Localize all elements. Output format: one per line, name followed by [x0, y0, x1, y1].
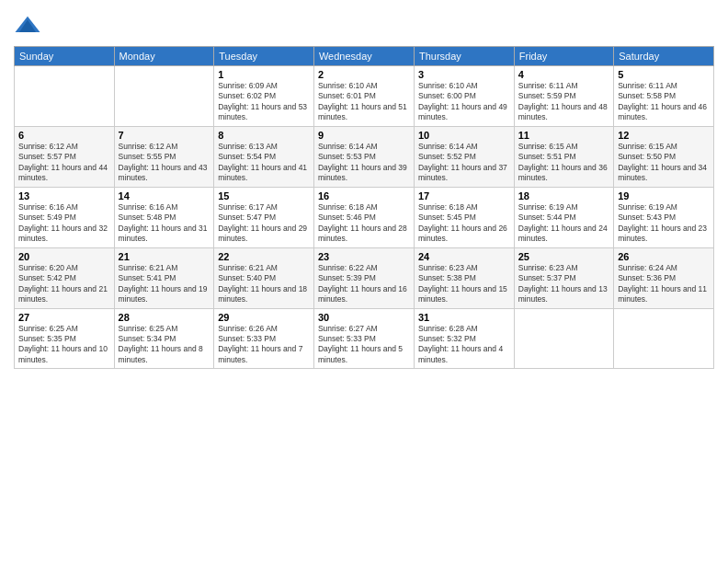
- day-number: 3: [418, 69, 510, 80]
- day-number: 30: [318, 312, 410, 323]
- day-info: Sunrise: 6:15 AMSunset: 5:51 PMDaylight:…: [518, 142, 609, 184]
- day-number: 2: [318, 69, 410, 80]
- calendar-week-2: 6Sunrise: 6:12 AMSunset: 5:57 PMDaylight…: [15, 126, 714, 187]
- day-number: 21: [119, 251, 210, 262]
- calendar-week-4: 20Sunrise: 6:20 AMSunset: 5:42 PMDayligh…: [15, 247, 714, 308]
- day-number: 23: [318, 251, 410, 262]
- day-info: Sunrise: 6:10 AMSunset: 6:01 PMDaylight:…: [318, 81, 410, 123]
- calendar-cell: 1Sunrise: 6:09 AMSunset: 6:02 PMDaylight…: [214, 66, 314, 127]
- calendar-cell: [15, 66, 115, 127]
- day-number: 6: [18, 130, 110, 141]
- day-info: Sunrise: 6:09 AMSunset: 6:02 PMDaylight:…: [218, 81, 310, 123]
- calendar-cell: 13Sunrise: 6:16 AMSunset: 5:49 PMDayligh…: [15, 187, 115, 247]
- calendar-cell: 18Sunrise: 6:19 AMSunset: 5:44 PMDayligh…: [514, 187, 613, 247]
- calendar-cell: 4Sunrise: 6:11 AMSunset: 5:59 PMDaylight…: [514, 66, 613, 127]
- calendar-week-1: 1Sunrise: 6:09 AMSunset: 6:02 PMDaylight…: [15, 66, 714, 127]
- day-info: Sunrise: 6:25 AMSunset: 5:35 PMDaylight:…: [18, 324, 110, 366]
- calendar-cell: 2Sunrise: 6:10 AMSunset: 6:01 PMDaylight…: [313, 66, 414, 127]
- header: [14, 9, 714, 40]
- calendar-header-tuesday: Tuesday: [214, 47, 314, 66]
- page-container: SundayMondayTuesdayWednesdayThursdayFrid…: [0, 0, 728, 376]
- day-number: 18: [518, 190, 609, 201]
- day-number: 27: [18, 312, 110, 323]
- day-number: 22: [218, 251, 310, 262]
- day-number: 4: [518, 69, 609, 80]
- day-info: Sunrise: 6:22 AMSunset: 5:39 PMDaylight:…: [318, 263, 410, 305]
- logo: [14, 13, 45, 40]
- day-info: Sunrise: 6:15 AMSunset: 5:50 PMDaylight:…: [618, 142, 710, 184]
- day-info: Sunrise: 6:24 AMSunset: 5:36 PMDaylight:…: [618, 263, 710, 305]
- calendar-header-monday: Monday: [114, 47, 214, 66]
- day-info: Sunrise: 6:18 AMSunset: 5:46 PMDaylight:…: [318, 202, 410, 245]
- calendar-cell: 11Sunrise: 6:15 AMSunset: 5:51 PMDayligh…: [514, 126, 613, 187]
- day-number: 28: [119, 312, 210, 323]
- day-info: Sunrise: 6:11 AMSunset: 5:58 PMDaylight:…: [618, 81, 710, 123]
- calendar-cell: 3Sunrise: 6:10 AMSunset: 6:00 PMDaylight…: [414, 66, 514, 127]
- day-info: Sunrise: 6:17 AMSunset: 5:47 PMDaylight:…: [218, 202, 310, 245]
- day-info: Sunrise: 6:12 AMSunset: 5:57 PMDaylight:…: [18, 142, 110, 184]
- day-number: 19: [618, 190, 710, 201]
- calendar-header-thursday: Thursday: [414, 47, 514, 66]
- day-info: Sunrise: 6:23 AMSunset: 5:38 PMDaylight:…: [418, 263, 510, 305]
- day-info: Sunrise: 6:13 AMSunset: 5:54 PMDaylight:…: [218, 142, 310, 184]
- day-info: Sunrise: 6:27 AMSunset: 5:33 PMDaylight:…: [318, 324, 410, 366]
- day-number: 24: [418, 251, 510, 262]
- calendar-cell: 20Sunrise: 6:20 AMSunset: 5:42 PMDayligh…: [15, 247, 115, 308]
- calendar-cell: 9Sunrise: 6:14 AMSunset: 5:53 PMDaylight…: [313, 126, 414, 187]
- day-info: Sunrise: 6:12 AMSunset: 5:55 PMDaylight:…: [119, 142, 210, 184]
- calendar-cell: 23Sunrise: 6:22 AMSunset: 5:39 PMDayligh…: [313, 247, 414, 308]
- calendar-cell: [514, 308, 613, 369]
- day-number: 25: [518, 251, 609, 262]
- day-info: Sunrise: 6:20 AMSunset: 5:42 PMDaylight:…: [18, 263, 110, 305]
- calendar-cell: 10Sunrise: 6:14 AMSunset: 5:52 PMDayligh…: [414, 126, 514, 187]
- day-info: Sunrise: 6:21 AMSunset: 5:40 PMDaylight:…: [218, 263, 310, 305]
- day-number: 1: [218, 69, 310, 80]
- calendar-cell: 8Sunrise: 6:13 AMSunset: 5:54 PMDaylight…: [214, 126, 314, 187]
- calendar-cell: 15Sunrise: 6:17 AMSunset: 5:47 PMDayligh…: [214, 187, 314, 247]
- day-number: 17: [418, 190, 510, 201]
- day-number: 15: [218, 190, 310, 201]
- day-number: 29: [218, 312, 310, 323]
- day-info: Sunrise: 6:16 AMSunset: 5:48 PMDaylight:…: [119, 202, 210, 245]
- calendar-cell: 29Sunrise: 6:26 AMSunset: 5:33 PMDayligh…: [214, 308, 314, 369]
- calendar-cell: 5Sunrise: 6:11 AMSunset: 5:58 PMDaylight…: [614, 66, 714, 127]
- calendar-cell: 12Sunrise: 6:15 AMSunset: 5:50 PMDayligh…: [614, 126, 714, 187]
- logo-icon: [14, 13, 41, 40]
- calendar-cell: 30Sunrise: 6:27 AMSunset: 5:33 PMDayligh…: [313, 308, 414, 369]
- day-number: 13: [18, 190, 110, 201]
- day-info: Sunrise: 6:23 AMSunset: 5:37 PMDaylight:…: [518, 263, 609, 305]
- calendar-cell: 26Sunrise: 6:24 AMSunset: 5:36 PMDayligh…: [614, 247, 714, 308]
- day-number: 12: [618, 130, 710, 141]
- day-info: Sunrise: 6:19 AMSunset: 5:43 PMDaylight:…: [618, 202, 710, 245]
- calendar-cell: 21Sunrise: 6:21 AMSunset: 5:41 PMDayligh…: [114, 247, 214, 308]
- calendar-cell: 6Sunrise: 6:12 AMSunset: 5:57 PMDaylight…: [15, 126, 115, 187]
- day-number: 9: [318, 130, 410, 141]
- day-number: 5: [618, 69, 710, 80]
- day-number: 26: [618, 251, 710, 262]
- day-info: Sunrise: 6:25 AMSunset: 5:34 PMDaylight:…: [119, 324, 210, 366]
- calendar-header-saturday: Saturday: [614, 47, 714, 66]
- day-number: 20: [18, 251, 110, 262]
- calendar-header-row: SundayMondayTuesdayWednesdayThursdayFrid…: [15, 47, 714, 66]
- day-info: Sunrise: 6:14 AMSunset: 5:53 PMDaylight:…: [318, 142, 410, 184]
- day-info: Sunrise: 6:19 AMSunset: 5:44 PMDaylight:…: [518, 202, 609, 245]
- day-number: 10: [418, 130, 510, 141]
- calendar-cell: 19Sunrise: 6:19 AMSunset: 5:43 PMDayligh…: [614, 187, 714, 247]
- day-number: 11: [518, 130, 609, 141]
- calendar-cell: [614, 308, 714, 369]
- calendar-week-3: 13Sunrise: 6:16 AMSunset: 5:49 PMDayligh…: [15, 187, 714, 247]
- day-info: Sunrise: 6:18 AMSunset: 5:45 PMDaylight:…: [418, 202, 510, 245]
- day-info: Sunrise: 6:16 AMSunset: 5:49 PMDaylight:…: [18, 202, 110, 245]
- day-info: Sunrise: 6:26 AMSunset: 5:33 PMDaylight:…: [218, 324, 310, 366]
- calendar-header-wednesday: Wednesday: [313, 47, 414, 66]
- calendar-cell: [114, 66, 214, 127]
- calendar-cell: 31Sunrise: 6:28 AMSunset: 5:32 PMDayligh…: [414, 308, 514, 369]
- day-number: 8: [218, 130, 310, 141]
- day-info: Sunrise: 6:11 AMSunset: 5:59 PMDaylight:…: [518, 81, 609, 123]
- calendar-header-friday: Friday: [514, 47, 613, 66]
- calendar-cell: 28Sunrise: 6:25 AMSunset: 5:34 PMDayligh…: [114, 308, 214, 369]
- calendar-week-5: 27Sunrise: 6:25 AMSunset: 5:35 PMDayligh…: [15, 308, 714, 369]
- calendar-cell: 16Sunrise: 6:18 AMSunset: 5:46 PMDayligh…: [313, 187, 414, 247]
- calendar-cell: 24Sunrise: 6:23 AMSunset: 5:38 PMDayligh…: [414, 247, 514, 308]
- day-number: 31: [418, 312, 510, 323]
